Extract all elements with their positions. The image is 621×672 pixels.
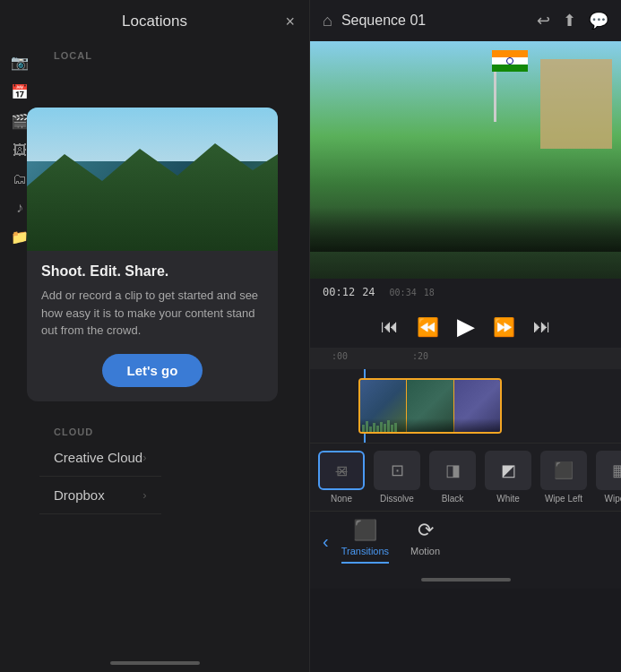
skip-to-start-button[interactable]: ⏮	[381, 316, 399, 337]
transition-dissolve-label: Dissolve	[380, 494, 414, 504]
header-actions: ↩ ⬆ 💬	[537, 11, 608, 30]
motion-tab-label: Motion	[410, 546, 440, 556]
step-forward-button[interactable]: ⏩	[493, 316, 515, 338]
transition-wipe-left-box[interactable]: ⬛	[540, 451, 587, 490]
sequence-title: Sequence 01	[341, 13, 528, 29]
transition-wipe-left-label: Wipe Left	[545, 494, 582, 504]
waveform-bar	[380, 422, 383, 432]
onboarding-body: Shoot. Edit. Share. Add or record a clip…	[27, 251, 278, 401]
step-back-button[interactable]: ⏪	[417, 316, 439, 338]
flag-orange	[492, 50, 528, 57]
onboarding-description: Add or record a clip to get started and …	[41, 287, 263, 340]
video-preview	[310, 41, 621, 279]
total-timecode: 00:34	[390, 288, 417, 297]
transition-wipe-right[interactable]: ▦ Wipe R	[593, 451, 621, 504]
none-icon: ⊠	[336, 462, 348, 479]
building-element	[540, 59, 612, 149]
ruler-mark-0: :00	[332, 351, 348, 361]
comment-icon[interactable]: 💬	[589, 11, 608, 30]
playback-controls: ⏮ ⏪ ▶ ⏩ ⏭	[310, 306, 621, 348]
clip-waveform	[360, 418, 500, 432]
transition-wipe-right-label: Wipe R	[605, 494, 621, 504]
onboarding-card: Shoot. Edit. Share. Add or record a clip…	[27, 108, 278, 401]
ruler-mark-20: :20	[412, 351, 428, 361]
transition-none[interactable]: ⊠ None	[315, 451, 367, 504]
onboarding-title: Shoot. Edit. Share.	[41, 263, 263, 280]
left-panel: Locations × 📷 📅 🎬 🖼 🗂 ♪ 📁 LOCAL Shoot. E…	[0, 0, 309, 672]
tab-motion[interactable]: ⟳ Motion	[410, 519, 440, 564]
flag-green	[492, 65, 528, 72]
black-icon: ◨	[445, 461, 461, 480]
transition-white-label: White	[496, 494, 520, 504]
wipe-left-icon: ⬛	[554, 461, 574, 480]
waveform-bar	[387, 420, 390, 432]
creative-cloud-item[interactable]: Creative Cloud ›	[39, 439, 161, 477]
waveform-bar	[362, 425, 365, 432]
dropbox-item[interactable]: Dropbox ›	[39, 477, 161, 514]
album-icon[interactable]: 🗂	[13, 171, 27, 187]
timeline-ruler: :00 :20	[310, 348, 621, 369]
waveform-bar	[376, 426, 379, 432]
ashoka-chakra	[506, 57, 513, 65]
transition-black[interactable]: ◨ Black	[427, 451, 479, 504]
transition-wipe-right-box[interactable]: ▦	[596, 451, 621, 490]
transition-dissolve-box[interactable]: ⊡	[374, 451, 420, 490]
tab-transitions[interactable]: ⬛ Transitions	[341, 519, 389, 564]
bottom-indicator	[310, 571, 621, 589]
current-timecode: 00:12	[323, 286, 355, 298]
left-header: Locations ×	[0, 0, 309, 43]
transition-none-label: None	[331, 494, 352, 504]
music-icon[interactable]: ♪	[16, 200, 23, 216]
play-button[interactable]: ▶	[457, 313, 475, 340]
cloud-section-label: CLOUD	[39, 421, 161, 439]
right-header: ⌂ Sequence 01 ↩ ⬆ 💬	[310, 0, 621, 41]
crowd-element	[310, 207, 621, 252]
video-icon[interactable]: 🎬	[11, 113, 29, 130]
transition-none-box[interactable]: ⊠	[318, 451, 365, 490]
bottom-tabs: ‹ ⬛ Transitions ⟳ Motion	[310, 511, 621, 571]
dropbox-label: Dropbox	[54, 487, 105, 503]
transitions-tab-icon: ⬛	[353, 519, 377, 542]
back-button[interactable]: ‹	[310, 531, 341, 552]
waveform-bar	[366, 421, 368, 432]
flag	[492, 50, 528, 73]
flag-white	[492, 57, 528, 65]
transitions-panel: ⊠ None ⊡ Dissolve ◨ Black ◩ White	[310, 443, 621, 511]
timeline-track[interactable]	[310, 369, 621, 443]
locations-title: Locations	[122, 13, 187, 30]
camera-icon[interactable]: 📷	[11, 54, 29, 71]
close-button[interactable]: ×	[285, 13, 295, 31]
video-bg	[310, 41, 621, 279]
home-indicator-left	[110, 661, 200, 665]
local-section-label: LOCAL	[39, 45, 309, 63]
transition-white-box[interactable]: ◩	[485, 451, 531, 490]
chevron-right-icon: ›	[142, 451, 146, 464]
waveform-bar	[394, 423, 397, 432]
wipe-right-icon: ▦	[612, 461, 622, 480]
motion-tab-icon: ⟳	[418, 519, 434, 542]
undo-icon[interactable]: ↩	[537, 11, 550, 30]
video-clip[interactable]	[358, 378, 502, 434]
home-button[interactable]: ⌂	[323, 12, 332, 30]
calendar-icon[interactable]: 📅	[11, 83, 29, 100]
skip-to-end-button[interactable]: ⏭	[533, 316, 551, 337]
share-icon[interactable]: ⬆	[563, 11, 576, 30]
white-icon: ◩	[501, 461, 516, 480]
total-frames: 18	[424, 288, 435, 297]
current-frames: 24	[362, 286, 375, 298]
transition-dissolve[interactable]: ⊡ Dissolve	[371, 451, 423, 504]
transition-wipe-left[interactable]: ⬛ Wipe Left	[538, 451, 590, 504]
timecode-bar: 00:12 24 00:34 18	[310, 279, 621, 306]
transition-white[interactable]: ◩ White	[482, 451, 534, 504]
photo-icon[interactable]: 🖼	[13, 142, 27, 159]
waveform-bar	[369, 426, 372, 432]
home-indicator	[421, 578, 511, 582]
transition-black-box[interactable]: ◨	[429, 451, 476, 490]
files-icon[interactable]: 📁	[11, 228, 29, 246]
lets-go-button[interactable]: Let's go	[102, 354, 203, 387]
tab-items: ⬛ Transitions ⟳ Motion	[341, 519, 440, 564]
waveform-bar	[373, 423, 375, 432]
onboarding-image	[27, 108, 278, 251]
chevron-right-icon: ›	[142, 488, 146, 502]
right-panel: ⌂ Sequence 01 ↩ ⬆ 💬 00:12 24 00:34	[309, 0, 621, 672]
